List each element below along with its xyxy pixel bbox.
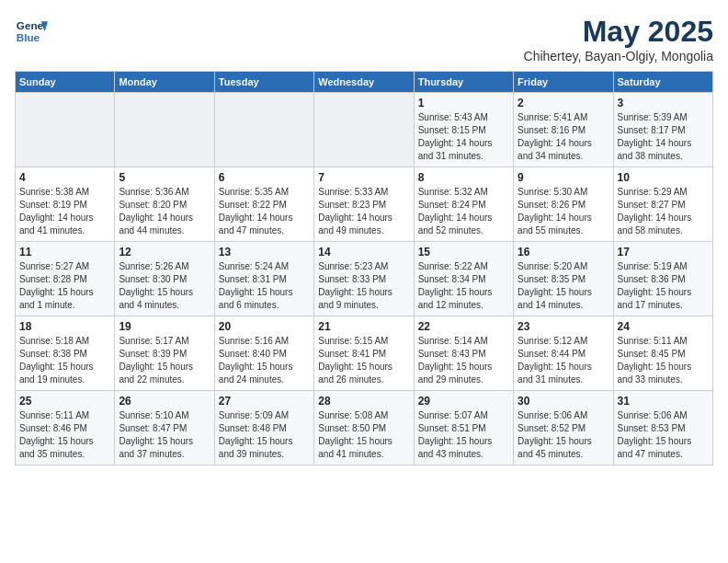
day-detail: Sunrise: 5:16 AM Sunset: 8:40 PM Dayligh…: [219, 335, 310, 386]
day-detail: Sunrise: 5:24 AM Sunset: 8:31 PM Dayligh…: [219, 260, 310, 312]
day-number: 5: [119, 171, 210, 184]
calendar-cell: [214, 93, 313, 167]
calendar-cell: 16Sunrise: 5:20 AM Sunset: 8:35 PM Dayli…: [514, 242, 613, 316]
day-detail: Sunrise: 5:15 AM Sunset: 8:41 PM Dayligh…: [318, 335, 409, 386]
day-number: 20: [219, 320, 310, 333]
calendar-cell: 25Sunrise: 5:11 AM Sunset: 8:46 PM Dayli…: [16, 391, 115, 465]
weekday-header-friday: Friday: [514, 72, 613, 93]
day-number: 22: [418, 320, 509, 333]
calendar-cell: 6Sunrise: 5:35 AM Sunset: 8:22 PM Daylig…: [214, 167, 313, 242]
day-detail: Sunrise: 5:10 AM Sunset: 8:47 PM Dayligh…: [119, 409, 210, 461]
calendar-cell: 19Sunrise: 5:17 AM Sunset: 8:39 PM Dayli…: [115, 316, 214, 391]
calendar-cell: 20Sunrise: 5:16 AM Sunset: 8:40 PM Dayli…: [214, 316, 313, 391]
calendar-cell: 4Sunrise: 5:38 AM Sunset: 8:19 PM Daylig…: [16, 167, 115, 242]
day-detail: Sunrise: 5:39 AM Sunset: 8:17 PM Dayligh…: [618, 111, 709, 163]
day-detail: Sunrise: 5:18 AM Sunset: 8:38 PM Dayligh…: [19, 335, 110, 386]
day-number: 23: [518, 320, 609, 333]
day-detail: Sunrise: 5:07 AM Sunset: 8:51 PM Dayligh…: [418, 409, 509, 461]
day-detail: Sunrise: 5:11 AM Sunset: 8:45 PM Dayligh…: [618, 335, 709, 386]
calendar-cell: 11Sunrise: 5:27 AM Sunset: 8:28 PM Dayli…: [16, 242, 115, 316]
calendar-cell: 30Sunrise: 5:06 AM Sunset: 8:52 PM Dayli…: [514, 391, 613, 465]
day-number: 28: [318, 395, 409, 408]
month-title: May 2025: [524, 15, 713, 49]
calendar-cell: 13Sunrise: 5:24 AM Sunset: 8:31 PM Dayli…: [214, 242, 313, 316]
calendar-cell: 10Sunrise: 5:29 AM Sunset: 8:27 PM Dayli…: [613, 167, 712, 242]
calendar-cell: 31Sunrise: 5:06 AM Sunset: 8:53 PM Dayli…: [613, 391, 712, 465]
calendar-cell: 3Sunrise: 5:39 AM Sunset: 8:17 PM Daylig…: [613, 93, 712, 167]
calendar-cell: 27Sunrise: 5:09 AM Sunset: 8:48 PM Dayli…: [214, 391, 313, 465]
day-detail: Sunrise: 5:23 AM Sunset: 8:33 PM Dayligh…: [318, 260, 409, 312]
day-number: 19: [119, 320, 210, 333]
day-detail: Sunrise: 5:17 AM Sunset: 8:39 PM Dayligh…: [119, 335, 210, 386]
weekday-header-monday: Monday: [115, 72, 214, 93]
weekday-header-wednesday: Wednesday: [314, 72, 414, 93]
calendar-cell: 12Sunrise: 5:26 AM Sunset: 8:30 PM Dayli…: [115, 242, 214, 316]
day-number: 8: [418, 171, 509, 184]
day-number: 10: [618, 171, 709, 184]
calendar-cell: 17Sunrise: 5:19 AM Sunset: 8:36 PM Dayli…: [613, 242, 712, 316]
calendar-cell: 5Sunrise: 5:36 AM Sunset: 8:20 PM Daylig…: [115, 167, 214, 242]
day-detail: Sunrise: 5:20 AM Sunset: 8:35 PM Dayligh…: [518, 260, 609, 312]
day-detail: Sunrise: 5:30 AM Sunset: 8:26 PM Dayligh…: [518, 186, 609, 237]
day-number: 1: [418, 97, 509, 109]
day-number: 31: [618, 395, 709, 408]
day-number: 6: [219, 171, 310, 184]
day-number: 9: [518, 171, 609, 184]
weekday-header-thursday: Thursday: [414, 72, 513, 93]
day-detail: Sunrise: 5:33 AM Sunset: 8:23 PM Dayligh…: [318, 186, 409, 237]
day-number: 17: [618, 246, 709, 259]
day-number: 21: [318, 320, 409, 333]
day-number: 2: [518, 97, 609, 109]
day-number: 7: [318, 171, 409, 184]
day-number: 4: [19, 171, 110, 184]
day-number: 13: [219, 246, 310, 259]
svg-text:Blue: Blue: [17, 31, 40, 43]
day-number: 18: [19, 320, 110, 333]
calendar-cell: 29Sunrise: 5:07 AM Sunset: 8:51 PM Dayli…: [414, 391, 513, 465]
day-detail: Sunrise: 5:43 AM Sunset: 8:15 PM Dayligh…: [418, 111, 509, 163]
calendar-cell: 28Sunrise: 5:08 AM Sunset: 8:50 PM Dayli…: [314, 391, 414, 465]
day-detail: Sunrise: 5:35 AM Sunset: 8:22 PM Dayligh…: [219, 186, 310, 237]
day-number: 14: [318, 246, 409, 259]
calendar-cell: [314, 93, 414, 167]
day-detail: Sunrise: 5:26 AM Sunset: 8:30 PM Dayligh…: [119, 260, 210, 312]
day-detail: Sunrise: 5:32 AM Sunset: 8:24 PM Dayligh…: [418, 186, 509, 237]
location-subtitle: Chihertey, Bayan-Olgiy, Mongolia: [524, 49, 713, 63]
calendar-cell: [115, 93, 214, 167]
calendar-cell: 26Sunrise: 5:10 AM Sunset: 8:47 PM Dayli…: [115, 391, 214, 465]
logo: General Blue: [15, 15, 48, 48]
day-detail: Sunrise: 5:08 AM Sunset: 8:50 PM Dayligh…: [318, 409, 409, 461]
calendar-cell: 8Sunrise: 5:32 AM Sunset: 8:24 PM Daylig…: [414, 167, 513, 242]
day-detail: Sunrise: 5:41 AM Sunset: 8:16 PM Dayligh…: [518, 111, 609, 163]
day-number: 29: [418, 395, 509, 408]
page-header: General Blue May 2025 Chihertey, Bayan-O…: [15, 15, 713, 63]
weekday-header-sunday: Sunday: [16, 72, 115, 93]
day-detail: Sunrise: 5:29 AM Sunset: 8:27 PM Dayligh…: [618, 186, 709, 237]
day-number: 26: [119, 395, 210, 408]
day-number: 30: [518, 395, 609, 408]
calendar-cell: [16, 93, 115, 167]
calendar-cell: 9Sunrise: 5:30 AM Sunset: 8:26 PM Daylig…: [514, 167, 613, 242]
day-detail: Sunrise: 5:38 AM Sunset: 8:19 PM Dayligh…: [19, 186, 110, 237]
calendar-cell: 1Sunrise: 5:43 AM Sunset: 8:15 PM Daylig…: [414, 93, 513, 167]
day-detail: Sunrise: 5:36 AM Sunset: 8:20 PM Dayligh…: [119, 186, 210, 237]
calendar-cell: 2Sunrise: 5:41 AM Sunset: 8:16 PM Daylig…: [514, 93, 613, 167]
day-detail: Sunrise: 5:06 AM Sunset: 8:53 PM Dayligh…: [618, 409, 709, 461]
title-block: May 2025 Chihertey, Bayan-Olgiy, Mongoli…: [524, 15, 713, 63]
day-detail: Sunrise: 5:22 AM Sunset: 8:34 PM Dayligh…: [418, 260, 509, 312]
calendar-cell: 14Sunrise: 5:23 AM Sunset: 8:33 PM Dayli…: [314, 242, 414, 316]
day-detail: Sunrise: 5:27 AM Sunset: 8:28 PM Dayligh…: [19, 260, 110, 312]
day-number: 24: [618, 320, 709, 333]
day-number: 16: [518, 246, 609, 259]
day-detail: Sunrise: 5:09 AM Sunset: 8:48 PM Dayligh…: [219, 409, 310, 461]
weekday-header-tuesday: Tuesday: [214, 72, 313, 93]
day-detail: Sunrise: 5:14 AM Sunset: 8:43 PM Dayligh…: [418, 335, 509, 386]
day-number: 12: [119, 246, 210, 259]
day-number: 25: [19, 395, 110, 408]
weekday-header-saturday: Saturday: [613, 72, 712, 93]
day-detail: Sunrise: 5:12 AM Sunset: 8:44 PM Dayligh…: [518, 335, 609, 386]
day-detail: Sunrise: 5:11 AM Sunset: 8:46 PM Dayligh…: [19, 409, 110, 461]
calendar-cell: 15Sunrise: 5:22 AM Sunset: 8:34 PM Dayli…: [414, 242, 513, 316]
day-number: 3: [618, 97, 709, 109]
logo-icon: General Blue: [15, 15, 48, 48]
